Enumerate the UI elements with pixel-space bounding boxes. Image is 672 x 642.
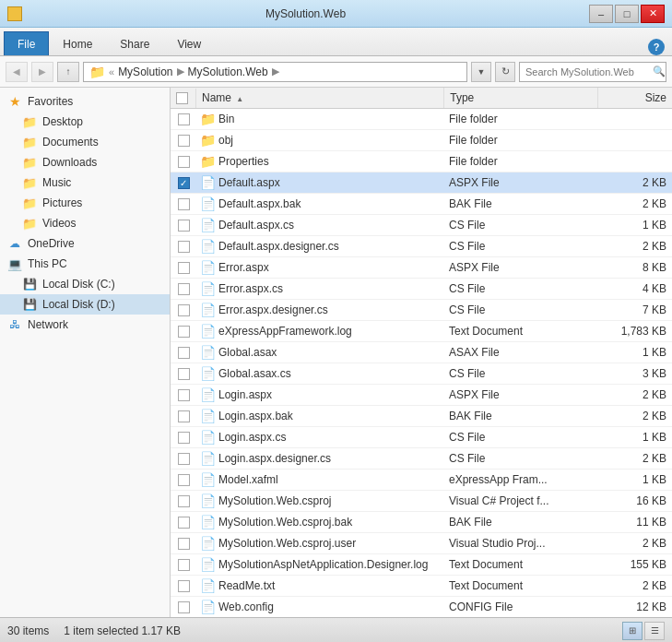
table-row[interactable]: 📄Web.configCONFIG File12 KB xyxy=(171,597,672,617)
row-check[interactable] xyxy=(171,407,196,426)
row-check[interactable] xyxy=(171,322,196,341)
view-list-button[interactable]: ☰ xyxy=(644,622,665,640)
row-checkbox[interactable] xyxy=(178,453,190,465)
row-check[interactable] xyxy=(171,449,196,469)
sidebar-item-locald[interactable]: 💾 Local Disk (D:) xyxy=(0,294,170,315)
minimize-button[interactable]: – xyxy=(589,5,613,23)
row-checkbox[interactable] xyxy=(178,538,190,550)
sidebar-item-localc[interactable]: 💾 Local Disk (C:) xyxy=(0,274,170,294)
row-check[interactable] xyxy=(171,343,196,363)
table-row[interactable]: 📄Error.aspx.designer.csCS File7 KB xyxy=(171,300,672,321)
sidebar-item-videos[interactable]: 📁 Videos xyxy=(0,213,170,233)
row-check[interactable] xyxy=(171,279,196,299)
address-dropdown[interactable]: ▼ xyxy=(471,62,491,82)
table-row[interactable]: 📄Default.aspx.designer.csCS File2 KB xyxy=(171,236,672,257)
address-path[interactable]: 📁 « MySolution ▶ MySolution.Web ▶ xyxy=(83,62,467,82)
refresh-button[interactable]: ↻ xyxy=(495,62,515,82)
row-check[interactable] xyxy=(171,534,196,553)
row-check[interactable] xyxy=(171,216,196,235)
search-icon[interactable]: 🔍 xyxy=(653,65,666,77)
path-segment-mysolutionweb[interactable]: MySolution.Web xyxy=(188,65,268,78)
up-button[interactable]: ↑ xyxy=(57,62,79,82)
row-checkbox[interactable] xyxy=(178,113,190,125)
row-check[interactable] xyxy=(171,152,196,172)
row-checkbox[interactable] xyxy=(178,283,190,295)
row-check[interactable]: ✓ xyxy=(171,173,196,193)
back-button[interactable]: ◀ xyxy=(6,62,28,82)
row-checkbox[interactable] xyxy=(178,156,190,168)
table-row[interactable]: 📄eXpressAppFramework.logText Document1,7… xyxy=(171,321,672,342)
row-check[interactable] xyxy=(171,513,196,532)
row-check[interactable] xyxy=(171,470,196,490)
table-row[interactable]: 📄Global.asax.csCS File3 KB xyxy=(171,363,672,385)
table-row[interactable]: 📄Login.aspx.bakBAK File2 KB xyxy=(171,406,672,427)
row-checkbox[interactable] xyxy=(178,580,190,592)
row-checkbox[interactable] xyxy=(178,304,190,316)
table-row[interactable]: 📄Login.aspx.designer.csCS File2 KB xyxy=(171,448,672,470)
sidebar-item-desktop[interactable]: 📁 Desktop xyxy=(0,112,170,132)
table-row[interactable]: 📄MySolution.Web.csproj.userVisual Studio… xyxy=(171,533,672,554)
sidebar-item-network[interactable]: 🖧 Network xyxy=(0,315,170,335)
row-checkbox[interactable] xyxy=(178,389,190,401)
sidebar-item-onedrive[interactable]: ☁ OneDrive xyxy=(0,233,170,254)
row-check[interactable] xyxy=(171,386,196,405)
row-checkbox[interactable] xyxy=(178,474,190,486)
row-check[interactable] xyxy=(171,428,196,447)
table-row[interactable]: 📄Login.aspx.csCS File1 KB xyxy=(171,427,672,448)
view-details-button[interactable]: ⊞ xyxy=(622,622,643,640)
row-check[interactable] xyxy=(171,364,196,384)
row-checkbox[interactable] xyxy=(178,347,190,359)
help-button[interactable]: ? xyxy=(648,39,665,55)
search-box[interactable]: 🔍 xyxy=(519,62,666,82)
search-input[interactable] xyxy=(525,66,653,77)
row-checkbox[interactable] xyxy=(178,410,190,422)
row-checkbox[interactable] xyxy=(178,432,190,444)
maximize-button[interactable]: □ xyxy=(615,5,639,23)
row-checkbox[interactable] xyxy=(178,241,190,253)
tab-view[interactable]: View xyxy=(163,31,215,55)
row-checkbox[interactable] xyxy=(178,368,190,380)
header-type[interactable]: Type xyxy=(444,88,598,108)
row-checkbox[interactable] xyxy=(178,326,190,338)
tab-file[interactable]: File xyxy=(4,31,49,55)
table-row[interactable]: 📄Error.aspx.csCS File4 KB xyxy=(171,279,672,300)
row-check[interactable] xyxy=(171,301,196,320)
table-row[interactable]: 📁objFile folder xyxy=(171,130,672,151)
table-row[interactable]: 📄Error.aspxASPX File8 KB xyxy=(171,257,672,279)
table-row[interactable]: 📄MySolution.Web.csprojVisual C# Project … xyxy=(171,491,672,512)
table-row[interactable]: 📄Login.aspxASPX File2 KB xyxy=(171,385,672,406)
table-row[interactable]: 📁PropertiesFile folder xyxy=(171,151,672,172)
sidebar-item-documents[interactable]: 📁 Documents xyxy=(0,132,170,152)
sidebar-item-downloads[interactable]: 📁 Downloads xyxy=(0,152,170,172)
table-row[interactable]: 📁BinFile folder xyxy=(171,109,672,130)
row-checkbox[interactable] xyxy=(178,198,190,210)
header-size[interactable]: Size xyxy=(598,88,672,108)
close-button[interactable]: ✕ xyxy=(641,5,665,23)
row-check[interactable] xyxy=(171,577,196,596)
header-check[interactable] xyxy=(171,89,196,108)
row-checkbox[interactable] xyxy=(178,517,190,529)
row-checkbox[interactable] xyxy=(178,220,190,232)
table-row[interactable]: 📄Global.asaxASAX File1 KB xyxy=(171,342,672,363)
sidebar-item-thispc[interactable]: 💻 This PC xyxy=(0,254,170,274)
table-row[interactable]: 📄MySolution.Web.csproj.bakBAK File11 KB xyxy=(171,512,672,533)
header-checkbox[interactable] xyxy=(176,92,188,104)
row-check[interactable] xyxy=(171,598,196,617)
table-row[interactable]: 📄Default.aspx.csCS File1 KB xyxy=(171,215,672,236)
row-check[interactable] xyxy=(171,110,196,129)
row-check[interactable] xyxy=(171,237,196,256)
path-segment-mysolution[interactable]: MySolution xyxy=(118,65,172,78)
row-checkbox[interactable] xyxy=(178,559,190,571)
forward-button[interactable]: ▶ xyxy=(31,62,53,82)
table-row[interactable]: 📄Model.xafmleXpressApp Fram...1 KB xyxy=(171,470,672,491)
row-check[interactable] xyxy=(171,555,196,575)
row-checkbox[interactable]: ✓ xyxy=(178,177,190,189)
tab-home[interactable]: Home xyxy=(49,31,106,55)
table-row[interactable]: 📄ReadMe.txtText Document2 KB xyxy=(171,576,672,597)
sidebar-item-favorites[interactable]: ★ Favorites xyxy=(0,91,170,112)
table-row[interactable]: 📄Default.aspx.bakBAK File2 KB xyxy=(171,194,672,215)
row-check[interactable] xyxy=(171,258,196,278)
row-checkbox[interactable] xyxy=(178,135,190,147)
row-checkbox[interactable] xyxy=(178,495,190,507)
row-check[interactable] xyxy=(171,131,196,150)
